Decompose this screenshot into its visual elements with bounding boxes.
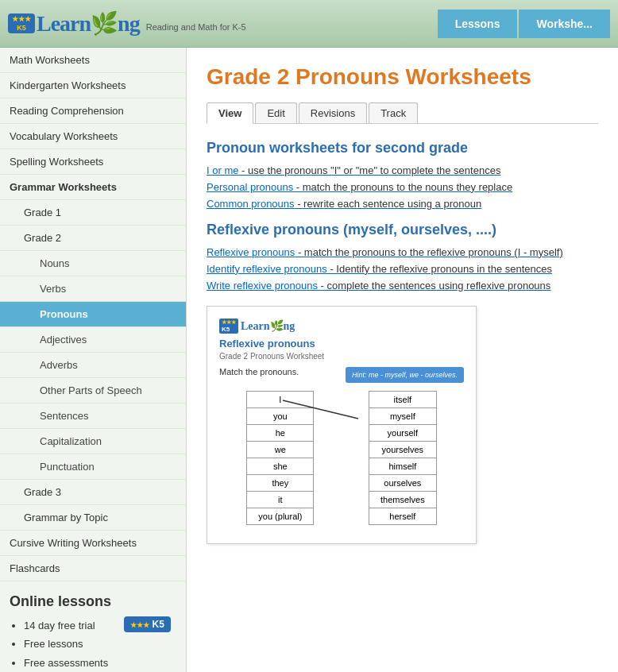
ws-logo-badge: ★★★ K5 <box>219 319 238 334</box>
ws-hint-box: Hint: me - myself, we - ourselves. <box>346 367 464 383</box>
worksheet-link-0-0[interactable]: I or me - use the pronouns "I" or "me" t… <box>207 164 598 176</box>
logo-area: ★★★ K5 Learn🌿ng Reading and Math for K-5 <box>8 10 438 37</box>
tab-track[interactable]: Track <box>369 102 418 123</box>
sidebar-item-grade-3[interactable]: Grade 3 <box>0 480 186 505</box>
ws-right-item-5: ourselves <box>369 475 437 492</box>
bullet-trial: 14 day free trial <box>24 616 108 635</box>
sidebar: Math WorksheetsKindergarten WorksheetsRe… <box>0 48 187 672</box>
section-title-1: Reflexive pronouns (myself, ourselves, .… <box>207 222 598 238</box>
sidebar-item-other-parts-of-speech[interactable]: Other Parts of Speech <box>0 378 186 404</box>
ws-subtitle: Grade 2 Pronouns Worksheet <box>219 352 464 361</box>
sidebar-item-grammar-by-topic[interactable]: Grammar by Topic <box>0 505 186 531</box>
ws-right-item-2: yourself <box>369 425 437 442</box>
sidebar-items-container: Math WorksheetsKindergarten WorksheetsRe… <box>0 48 186 581</box>
ws-right-item-3: yourselves <box>369 442 437 458</box>
k5-badge-sidebar: ★★★ K5 <box>124 616 171 632</box>
worksheet-link-1-1[interactable]: Identify reflexive pronouns - Identify t… <box>207 263 598 275</box>
tab-view[interactable]: View <box>207 102 253 124</box>
sidebar-item-cursive-writing-worksheets[interactable]: Cursive Writing Worksheets <box>0 531 186 556</box>
sidebar-item-adverbs[interactable]: Adverbs <box>0 353 186 378</box>
logo-stars: ★★★ <box>12 15 31 24</box>
ws-left-item-5: they <box>246 475 314 492</box>
worksheet-link-0-1[interactable]: Personal pronouns - match the pronouns t… <box>207 181 598 193</box>
ws-title: Reflexive pronouns <box>219 338 464 350</box>
sidebar-item-adjectives[interactable]: Adjectives <box>0 327 186 353</box>
content-area: Grade 2 Pronouns Worksheets ViewEditRevi… <box>187 48 618 672</box>
nav-buttons: Lessons Workshe... <box>438 10 610 38</box>
nav-worksheets-button[interactable]: Workshe... <box>519 10 610 38</box>
ws-logo-stars: ★★★ <box>222 319 236 326</box>
sidebar-item-flashcards[interactable]: Flashcards <box>0 556 186 581</box>
ws-instruction: Match the pronouns. <box>219 367 299 377</box>
ws-left-item-7: you (plural) <box>246 508 314 525</box>
tab-revisions[interactable]: Revisions <box>299 102 367 123</box>
sidebar-item-reading-comprehension[interactable]: Reading Comprehension <box>0 98 186 124</box>
online-lessons: Online lessons 14 day free trial Free le… <box>0 581 186 672</box>
sidebar-item-nouns[interactable]: Nouns <box>0 251 186 276</box>
worksheet-link-1-2[interactable]: Write reflexive pronouns - complete the … <box>207 280 598 292</box>
ws-instruction-row: Match the pronouns. Hint: me - myself, w… <box>219 367 464 383</box>
sidebar-item-punctuation[interactable]: Punctuation <box>0 454 186 480</box>
sidebar-item-grade-1[interactable]: Grade 1 <box>0 200 186 226</box>
ws-right-item-0: itself <box>369 391 437 408</box>
sidebar-item-math-worksheets[interactable]: Math Worksheets <box>0 48 186 73</box>
worksheet-preview: ★★★ K5 Learn🌿ng Reflexive pronouns Grade… <box>207 306 477 544</box>
page-title: Grade 2 Pronouns Worksheets <box>207 64 598 91</box>
ws-left-item-0: I <box>246 391 314 408</box>
nav-lessons-button[interactable]: Lessons <box>438 10 518 38</box>
online-lessons-list: 14 day free trial Free lessons Free asse… <box>10 616 108 672</box>
sections-container: Pronoun worksheets for second gradeI or … <box>207 140 598 292</box>
ws-left-col: Iyouheweshetheyityou (plural) <box>246 391 314 525</box>
sidebar-item-verbs[interactable]: Verbs <box>0 276 186 302</box>
worksheet-link-1-0[interactable]: Reflexive pronouns - match the pronouns … <box>207 246 598 258</box>
logo-k5: K5 <box>12 24 31 33</box>
ws-right-item-7: herself <box>369 508 437 525</box>
ws-right-col: itselfmyselfyourselfyourselveshimselfour… <box>369 391 437 525</box>
k5-stars-sidebar: ★★★ <box>130 621 149 629</box>
bullet-lessons: Free lessons <box>24 635 108 653</box>
sidebar-item-pronouns[interactable]: Pronouns <box>0 302 186 327</box>
ws-left-item-6: it <box>246 492 314 508</box>
ws-right-item-4: himself <box>369 458 437 475</box>
sidebar-item-spelling-worksheets[interactable]: Spelling Worksheets <box>0 149 186 175</box>
sidebar-item-capitalization[interactable]: Capitalization <box>0 429 186 454</box>
logo-text: Learn🌿ng <box>37 10 140 37</box>
tab-edit[interactable]: Edit <box>255 102 296 123</box>
ws-matching: Iyouheweshetheyityou (plural)itselfmysel… <box>219 391 464 525</box>
ws-header: ★★★ K5 Learn🌿ng <box>219 319 464 334</box>
sidebar-item-grade-2[interactable]: Grade 2 <box>0 226 186 251</box>
ws-right-item-6: themselves <box>369 492 437 508</box>
logo-badge: ★★★ K5 <box>8 14 35 34</box>
sidebar-item-kindergarten-worksheets[interactable]: Kindergarten Worksheets <box>0 73 186 98</box>
ws-right-item-1: myself <box>369 408 437 425</box>
tabs-bar: ViewEditRevisionsTrack <box>207 102 598 124</box>
header: ★★★ K5 Learn🌿ng Reading and Math for K-5… <box>0 0 618 48</box>
ws-left-item-3: we <box>246 442 314 458</box>
section-title-0: Pronoun worksheets for second grade <box>207 140 598 156</box>
sidebar-item-vocabulary-worksheets[interactable]: Vocabulary Worksheets <box>0 124 186 149</box>
ws-left-item-2: he <box>246 425 314 442</box>
logo-tagline: Reading and Math for K-5 <box>146 22 246 32</box>
ws-left-item-1: you <box>246 408 314 425</box>
ws-logo-text: Learn🌿ng <box>241 319 295 333</box>
sidebar-item-grammar-worksheets[interactable]: Grammar Worksheets <box>0 175 186 200</box>
bullet-assessments: Free assessments <box>24 654 108 672</box>
logo-leaf: 🌿 <box>91 11 118 36</box>
sidebar-item-sentences[interactable]: Sentences <box>0 404 186 429</box>
online-lessons-title: Online lessons <box>10 593 176 610</box>
main-layout: Math WorksheetsKindergarten WorksheetsRe… <box>0 48 618 672</box>
worksheet-link-0-2[interactable]: Common pronouns - rewrite each sentence … <box>207 198 598 210</box>
ws-left-item-4: she <box>246 458 314 475</box>
